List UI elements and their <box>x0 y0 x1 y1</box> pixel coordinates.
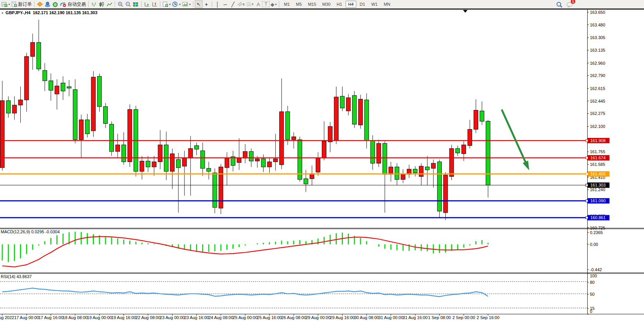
tile-windows-icon <box>133 2 139 7</box>
horizontal-lines-layer <box>0 141 587 218</box>
bull-candle <box>377 143 381 163</box>
time-axis[interactable]: 16 Aug 202217 Aug 00:0017 Aug 16:0018 Au… <box>0 314 499 320</box>
trend-arrow[interactable] <box>502 110 529 170</box>
symbol-period-label: GBPJPY-,H4 <box>6 10 31 15</box>
time-tick-label: 24 Aug 08:00 <box>208 315 233 320</box>
new-chart-button[interactable]: ▾ <box>1 0 11 8</box>
bear-candle <box>194 146 199 149</box>
bar-chart-button[interactable] <box>90 0 98 8</box>
timeframe-m5-button[interactable]: M5 <box>293 1 305 8</box>
bull-candle <box>401 174 405 179</box>
price-tick-label: 163.650 <box>590 10 605 15</box>
text-tool-button[interactable]: A <box>254 0 262 8</box>
macd-indicator-label: MACD(12,26,9) 0.0295 -0.0304 <box>1 229 60 234</box>
time-tick-label: 31 Aug 16:00 <box>403 315 428 320</box>
timeframe-d1-button[interactable]: D1 <box>357 1 368 8</box>
price-axis[interactable]: 163.650163.480163.305163.135162.960162.7… <box>587 10 605 230</box>
rsi-indicator-label: RSI(14) 43.8637 <box>1 274 32 279</box>
bull-candle <box>334 97 338 140</box>
zoom-out-button[interactable] <box>124 0 132 8</box>
zoom-in-button[interactable] <box>117 0 124 8</box>
timeframe-m1-button[interactable]: M1 <box>281 1 292 8</box>
bear-candle <box>480 111 484 121</box>
indicators-button[interactable]: ▾ <box>162 0 171 8</box>
bear-candle <box>49 81 53 90</box>
bull-candle <box>431 163 435 168</box>
bear-candle <box>261 159 265 167</box>
macd-name: MACD(12,26,9) <box>1 229 30 234</box>
new-order-button[interactable]: 新订单 <box>11 0 33 8</box>
toolbar-separator <box>160 1 160 7</box>
timeframe-w1-button[interactable]: W1 <box>369 1 380 8</box>
bear-candle <box>176 160 181 168</box>
bull-candle <box>316 158 320 172</box>
notifications-button[interactable]: 1 <box>566 1 574 8</box>
tile-windows-button[interactable] <box>132 0 140 8</box>
trendline-tool-button[interactable]: ╱ <box>229 0 237 8</box>
bull-candle <box>292 137 296 140</box>
data-window-button[interactable] <box>44 0 51 8</box>
line-chart-icon <box>107 2 112 7</box>
time-tick-label: 1 Sep 08:00 <box>428 315 451 320</box>
bull-candle <box>225 158 229 168</box>
price-tick-label: 162.445 <box>590 99 605 103</box>
fibonacci-tool-button[interactable]: F <box>245 0 254 8</box>
price-tag-notch <box>586 139 588 142</box>
bull-candle <box>462 145 466 154</box>
equidistant-channel-icon <box>237 2 243 7</box>
bull-candle <box>170 154 175 171</box>
bull-candle <box>188 149 193 158</box>
expand-triangle-icon: ▾ <box>2 11 3 15</box>
navigator-icon <box>52 2 58 7</box>
horizontal-line-tool-button[interactable]: ─ <box>221 0 229 8</box>
cursor-tool-button[interactable]: ↖ <box>195 0 203 8</box>
bull-candle <box>443 175 448 213</box>
bull-candle <box>450 149 454 177</box>
timeframe-mn-button[interactable]: MN <box>381 1 393 8</box>
chevron-down-icon: ▾ <box>169 3 171 6</box>
chevron-down-icon: ▾ <box>179 3 181 6</box>
navigator-button[interactable] <box>51 0 59 8</box>
data-window-icon <box>44 2 51 7</box>
templates-button[interactable]: ▾ <box>181 0 191 8</box>
cursor-icon: ↖ <box>197 2 201 7</box>
arrows-tool-button[interactable]: ◆ ▾ <box>270 0 277 8</box>
toolbar-separator <box>115 1 115 7</box>
clock-icon <box>172 2 178 7</box>
auto-trading-button[interactable]: 自动交易 <box>59 0 87 8</box>
line-chart-button[interactable] <box>105 0 113 8</box>
bull-candle <box>273 159 278 162</box>
timeframe-m15-button[interactable]: M15 <box>305 1 319 8</box>
timeframe-h4-button[interactable]: H4 <box>346 1 356 8</box>
bear-candle <box>85 120 89 134</box>
text-label-tool-button[interactable]: T <box>262 1 270 7</box>
crosshair-icon: + <box>205 2 208 7</box>
candlestick-chart-button[interactable] <box>98 0 105 8</box>
price-tick-label: 163.480 <box>590 23 605 27</box>
timeframe-m30-button[interactable]: M30 <box>320 1 333 8</box>
vertical-line-icon: │ <box>216 2 219 7</box>
vertical-line-tool-button[interactable]: │ <box>214 0 221 8</box>
fibonacci-letter: F <box>252 3 254 6</box>
periods-button[interactable]: ▾ <box>171 0 181 8</box>
crosshair-tool-button[interactable]: + <box>203 0 210 8</box>
bear-candle <box>340 96 344 108</box>
chart-canvas[interactable]: 163.650163.480163.305163.135162.960162.7… <box>0 0 644 321</box>
search-button[interactable] <box>555 1 563 8</box>
bull-candle <box>267 162 272 167</box>
horizontal-line-icon: ─ <box>223 2 227 7</box>
price-tick-label: 162.275 <box>590 111 605 116</box>
channel-tool-button[interactable]: E <box>237 0 245 8</box>
timeframe-h1-button[interactable]: H1 <box>334 1 345 8</box>
price-tick-label: 162.100 <box>590 124 605 129</box>
candles-layer <box>0 20 490 220</box>
auto-scroll-button[interactable] <box>143 0 151 8</box>
market-watch-button[interactable] <box>36 0 44 8</box>
chart-shift-button[interactable] <box>151 0 158 8</box>
chart-shift-marker <box>463 10 468 13</box>
bear-candle <box>437 162 441 211</box>
bull-candle <box>91 77 96 131</box>
bull-candle <box>18 100 23 105</box>
bull-candle <box>389 167 393 174</box>
bar-chart-icon <box>91 2 97 7</box>
